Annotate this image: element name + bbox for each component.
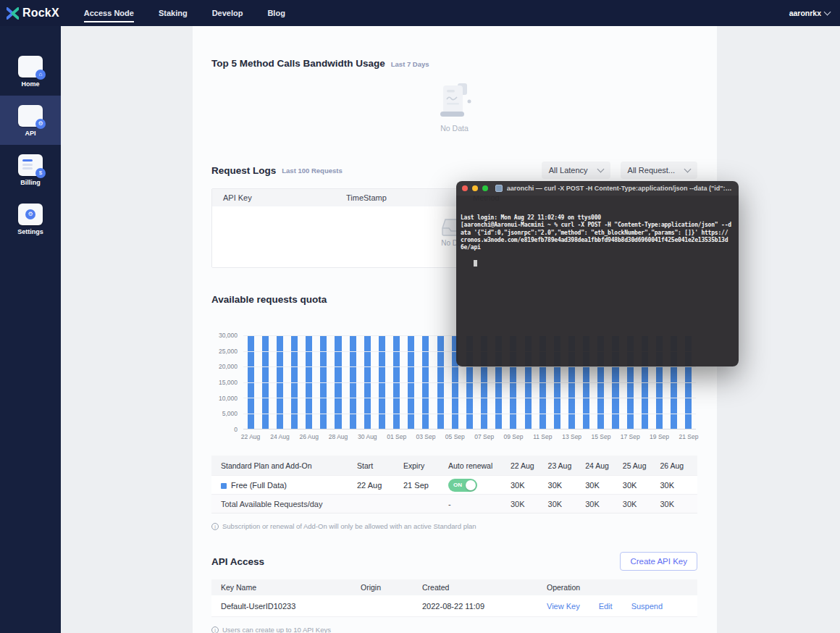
terminal-line: cronos.w3node.com/e819efb789e4ad398dea1f… <box>461 237 734 244</box>
chevron-down-icon <box>597 166 604 173</box>
request-filter-dropdown[interactable]: All Request... <box>621 162 697 179</box>
terminal-icon <box>495 185 503 192</box>
y-tick-label: 10,000 <box>219 395 238 402</box>
terminal-cursor <box>474 260 477 267</box>
y-tick-label: 30,000 <box>219 332 238 339</box>
sidebar-item-billing[interactable]: $ Billing <box>0 145 61 194</box>
sidebar-item-api[interactable]: ⚙ API <box>0 96 61 145</box>
api-icon: ⚙ <box>18 105 43 127</box>
x-tick-label: 26 Aug <box>299 433 318 440</box>
api-key-row: Default-UserID10233 2022-08-22 11:09 Vie… <box>211 595 697 617</box>
rockx-logo-icon <box>7 7 19 20</box>
plan-table-header: Standard Plan and Add-On Start Expiry Au… <box>211 456 697 475</box>
terminal-body[interactable]: Last login: Mon Aug 22 11:02:49 on ttys0… <box>456 196 739 366</box>
topbar: RockX Access Node Staking Develop Blog a… <box>0 0 840 26</box>
api-keys-note: i Users can create up to 10 API Keys <box>211 626 697 633</box>
x-tick-label: 22 Aug <box>241 433 260 440</box>
nav-staking[interactable]: Staking <box>159 4 188 22</box>
username: aaronrkx <box>789 9 821 17</box>
terminal-line: ata '{"id":0,"jsonrpc":"2.0","method": "… <box>461 230 734 237</box>
settings-icon: ⚙ <box>18 204 43 225</box>
brand-name: RockX <box>22 7 59 20</box>
gridline <box>243 366 696 367</box>
minimize-icon[interactable] <box>472 185 478 191</box>
info-icon: i <box>211 523 219 530</box>
auto-renewal-toggle[interactable]: ON <box>448 479 477 492</box>
request-logs-subtitle: Last 100 Requests <box>282 167 342 175</box>
request-logs-title: Request Logs <box>211 165 276 176</box>
api-access-title: API Access <box>211 556 264 567</box>
user-menu[interactable]: aaronrkx <box>789 9 830 17</box>
y-tick-label: 20,000 <box>219 363 238 370</box>
x-tick-label: 05 Sep <box>445 433 465 440</box>
terminal-line: Last login: Mon Aug 22 11:02:49 on ttys0… <box>461 214 734 222</box>
x-tick-label: 28 Aug <box>329 433 348 440</box>
plan-table: Standard Plan and Add-On Start Expiry Au… <box>211 456 697 513</box>
gridline <box>243 382 696 383</box>
chevron-down-icon <box>684 166 692 173</box>
bandwidth-title: Top 5 Method Calls Bandwidth Usage <box>211 58 385 69</box>
home-icon: ⌂ <box>18 56 43 77</box>
terminal-output: Last login: Mon Aug 22 11:02:49 on ttys0… <box>461 214 734 252</box>
close-icon[interactable] <box>462 185 468 191</box>
suspend-link[interactable]: Suspend <box>631 602 663 611</box>
plan-note: i Subscription or renewal of Add-On will… <box>211 522 697 530</box>
bandwidth-empty-label: No Data <box>440 124 469 133</box>
quota-chart-ylabels: 05,00010,00015,00020,00025,00030,000 <box>211 335 243 429</box>
x-tick-label: 07 Sep <box>474 433 494 440</box>
y-tick-label: 25,000 <box>219 348 238 355</box>
plan-row-total: Total Available Requests/day - 30K 30K 3… <box>211 494 697 513</box>
terminal-window[interactable]: aaronchi — curl -X POST -H Content-Type:… <box>456 181 739 366</box>
bandwidth-empty-state: No Data <box>211 82 697 133</box>
x-tick-label: 24 Aug <box>270 433 289 440</box>
sidebar: ⌂ Home ⚙ API $ Billing ⚙ Settings <box>0 26 61 633</box>
sidebar-item-settings[interactable]: ⚙ Settings <box>0 194 61 243</box>
latency-filter-dropdown[interactable]: All Latency <box>542 162 610 179</box>
sidebar-item-home[interactable]: ⌂ Home <box>0 46 61 96</box>
nav-develop[interactable]: Develop <box>212 4 243 22</box>
gridline <box>243 414 696 414</box>
brand[interactable]: RockX <box>7 7 59 20</box>
col-api-key: API Key <box>223 193 346 202</box>
chevron-down-icon <box>824 9 831 16</box>
x-tick-label: 09 Sep <box>503 433 523 440</box>
terminal-title: aaronchi — curl -X POST -H Content-Type:… <box>507 185 733 192</box>
edit-link[interactable]: Edit <box>599 602 613 611</box>
create-api-key-button[interactable]: Create API Key <box>620 552 697 571</box>
api-keys-table: Key Name Origin Created Operation Defaul… <box>211 579 697 617</box>
view-key-link[interactable]: View Key <box>547 602 580 611</box>
y-tick-label: 5,000 <box>222 410 238 417</box>
x-tick-label: 01 Sep <box>387 433 406 440</box>
x-tick-label: 17 Sep <box>621 433 640 440</box>
terminal-line: [aaronchi@Aaronui-Macmini ~ % curl -X PO… <box>461 222 734 229</box>
maximize-icon[interactable] <box>482 185 488 191</box>
api-key-name: Default-UserID10233 <box>221 602 361 611</box>
info-icon: i <box>211 626 219 633</box>
x-tick-label: 13 Sep <box>562 433 581 440</box>
toggle-knob <box>466 480 476 490</box>
x-tick-label: 19 Sep <box>650 433 669 440</box>
nav-blog[interactable]: Blog <box>267 4 285 22</box>
x-tick-label: 30 Aug <box>358 433 377 440</box>
plan-row-free: Free (Full Data) 22 Aug 21 Sep ON 30K 30… <box>211 475 697 494</box>
terminal-line: 6e/api <box>461 244 734 251</box>
top-navigation: Access Node Staking Develop Blog <box>84 4 285 22</box>
x-tick-label: 03 Sep <box>416 433 436 440</box>
api-table-header: Key Name Origin Created Operation <box>211 579 697 595</box>
x-tick-label: 11 Sep <box>533 433 552 440</box>
nav-access-node[interactable]: Access Node <box>84 4 134 22</box>
x-tick-label: 15 Sep <box>591 433 610 440</box>
quota-chart-xlabels: 22 Aug24 Aug26 Aug28 Aug30 Aug01 Sep03 S… <box>243 429 696 441</box>
y-tick-label: 0 <box>234 426 238 433</box>
x-tick-label: 21 Sep <box>679 433 698 440</box>
api-key-created: 2022-08-22 11:09 <box>422 602 547 611</box>
y-tick-label: 15,000 <box>219 379 238 386</box>
gridline <box>243 398 696 398</box>
col-timestamp: TimeStamp <box>346 193 473 202</box>
legend-square <box>221 483 227 489</box>
terminal-titlebar[interactable]: aaronchi — curl -X POST -H Content-Type:… <box>456 181 739 196</box>
billing-icon: $ <box>18 154 43 176</box>
bandwidth-subtitle: Last 7 Days <box>391 60 429 68</box>
no-data-document-icon <box>437 82 472 120</box>
